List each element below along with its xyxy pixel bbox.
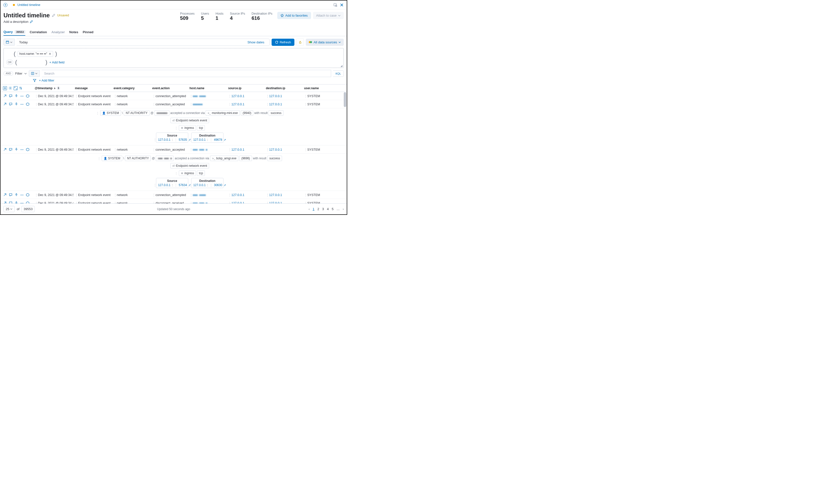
more-icon[interactable]: ⋯ (20, 94, 24, 98)
sort-icon[interactable] (19, 86, 22, 90)
stat-processes: Processes 509 (180, 12, 194, 21)
table-row: ⋯ ⋮Dec 9, 2021 @ 09:49:34.589 ⋮Endpoint … (0, 100, 347, 108)
tab-notes[interactable]: Notes (69, 29, 78, 35)
close-icon[interactable] (340, 3, 344, 7)
more-icon[interactable]: ⋯ (20, 193, 24, 197)
analyzer-icon[interactable] (26, 193, 29, 197)
description-prompt[interactable]: Add a description (3, 20, 28, 24)
data-sources-button[interactable]: All data sources (306, 39, 344, 46)
or-badge[interactable]: OR (6, 59, 13, 65)
notes-icon[interactable] (9, 193, 12, 197)
tab-query[interactable]: Query 39553 (3, 28, 25, 36)
edit-description-icon[interactable] (30, 20, 33, 23)
fields-icon[interactable] (3, 86, 7, 90)
chip-protocol[interactable]: tcp (197, 125, 205, 131)
fullscreen-icon[interactable] (14, 86, 18, 90)
external-link-icon[interactable]: ⇗ (224, 138, 226, 141)
chip-host[interactable]: ▪▪▪ ▪▪▪ ▪ (156, 156, 173, 161)
col-category[interactable]: event.category (112, 86, 151, 90)
notes-icon[interactable] (9, 94, 12, 98)
chip-process[interactable]: >_monitoring-mini.exe (206, 110, 240, 116)
filter-options-icon[interactable] (33, 79, 36, 82)
scrollbar[interactable] (344, 92, 346, 107)
resize-handle-icon[interactable]: ◢ (341, 64, 343, 67)
kql-badge[interactable]: KQL (333, 70, 344, 77)
chip-endpoint-event[interactable]: 🏷Endpoint network event (170, 163, 209, 168)
destination-box: Destination ⋮127.0.0.1:⋮30630⇗ (191, 178, 224, 188)
filter-drop-area[interactable]: ( host.name: "▪▪ ▪▪▪ ▪▪" ✕ ) OR ( ) + Ad… (3, 48, 344, 68)
chevron-down-icon[interactable] (24, 72, 27, 75)
settings-icon[interactable] (8, 86, 12, 90)
pagination: ‹ 1 2 3 4 5 … › (309, 207, 344, 211)
col-timestamp[interactable]: @timestamp 1 (33, 86, 73, 90)
chip-process[interactable]: >_bckp_amgr.exe (210, 156, 238, 161)
add-filter-link[interactable]: + Add filter (39, 79, 54, 82)
expand-icon[interactable] (3, 193, 7, 197)
expand-icon[interactable] (3, 102, 7, 106)
search-input[interactable]: Search (42, 70, 331, 77)
col-message[interactable]: message (73, 86, 112, 90)
pin-icon[interactable] (14, 193, 18, 197)
chip-domain[interactable]: NT AUTHORITY (124, 110, 149, 116)
page-5[interactable]: 5 (332, 207, 333, 211)
tab-pinned[interactable]: Pinned (83, 29, 93, 35)
col-dest-ip[interactable]: destination.ip (265, 86, 303, 90)
chip-result[interactable]: success (269, 110, 283, 116)
tab-analyzer[interactable]: Analyzer (51, 29, 65, 35)
attach-to-case-button[interactable]: Attach to case (313, 12, 344, 19)
date-picker-button[interactable] (3, 39, 15, 46)
col-host[interactable]: host.name (188, 86, 227, 90)
edit-title-icon[interactable] (52, 14, 55, 17)
inspect-icon[interactable] (333, 3, 337, 7)
pin-icon[interactable] (14, 94, 18, 98)
page-1[interactable]: 1 (313, 207, 314, 211)
analyzer-icon[interactable] (26, 94, 29, 98)
remove-filter-icon[interactable]: ✕ (49, 52, 51, 56)
analyzer-icon[interactable] (26, 102, 29, 106)
page-more[interactable]: … (337, 207, 340, 211)
col-source-ip[interactable]: source.ip (227, 86, 265, 90)
expand-icon[interactable] (3, 148, 7, 151)
page-3[interactable]: 3 (322, 207, 324, 211)
prev-page-icon[interactable]: ‹ (309, 207, 310, 211)
analyzer-icon[interactable] (26, 148, 29, 151)
chip-protocol[interactable]: tcp (197, 170, 205, 176)
notes-icon[interactable] (9, 102, 12, 106)
filter-pill-hostname[interactable]: host.name: "▪▪ ▪▪▪ ▪▪" ✕ (18, 51, 53, 57)
new-timeline-icon[interactable]: + (3, 3, 7, 7)
table-row: ⋯ ⋮Dec 9, 2021 @ 09:49:34.589 ⋮Endpoint … (0, 92, 347, 100)
page-size-select[interactable]: 25 (3, 206, 15, 212)
external-link-icon[interactable]: ⇗ (224, 184, 226, 187)
page-2[interactable]: 2 (318, 207, 319, 211)
col-action[interactable]: event.action (151, 86, 188, 90)
more-icon[interactable]: ⋯ (20, 148, 24, 151)
next-page-icon[interactable]: › (343, 207, 344, 211)
date-range-display[interactable]: Today Show dates (17, 39, 270, 46)
pin-icon[interactable] (14, 148, 18, 151)
pin-icon[interactable] (14, 102, 18, 106)
chip-direction[interactable]: ⭘ingress (179, 125, 196, 131)
query-language-toggle[interactable] (29, 70, 40, 77)
chip-pid[interactable]: (9940) (241, 110, 254, 116)
lock-icon[interactable] (296, 38, 304, 46)
chip-domain[interactable]: NT AUTHORITY (125, 156, 151, 161)
timeline-name[interactable]: Untitled timeline (17, 3, 40, 7)
more-icon[interactable]: ⋯ (20, 102, 24, 106)
page-4[interactable]: 4 (327, 207, 329, 211)
refresh-button[interactable]: Refresh (272, 39, 295, 46)
chip-endpoint-event[interactable]: 🏷Endpoint network event (170, 118, 209, 123)
chip-result[interactable]: success (267, 156, 282, 161)
chip-direction[interactable]: ⭘ingress (179, 170, 196, 176)
col-user[interactable]: user.name (303, 86, 332, 90)
notes-icon[interactable] (9, 148, 12, 151)
show-dates-link[interactable]: Show dates (248, 40, 267, 44)
chip-pid[interactable]: (9696) (239, 156, 252, 161)
chip-host[interactable]: ▪▪▪▪▪▪▪ (154, 110, 169, 116)
add-field-link[interactable]: + Add field (49, 60, 64, 64)
expand-icon[interactable] (3, 94, 7, 98)
page-title: Untitled timeline (3, 12, 50, 19)
tab-correlation[interactable]: Correlation (30, 29, 47, 35)
chip-user[interactable]: 👤SYSTEM (100, 110, 121, 116)
add-to-favorites-button[interactable]: Add to favorites (277, 12, 311, 19)
chip-user[interactable]: 👤SYSTEM (102, 156, 122, 161)
